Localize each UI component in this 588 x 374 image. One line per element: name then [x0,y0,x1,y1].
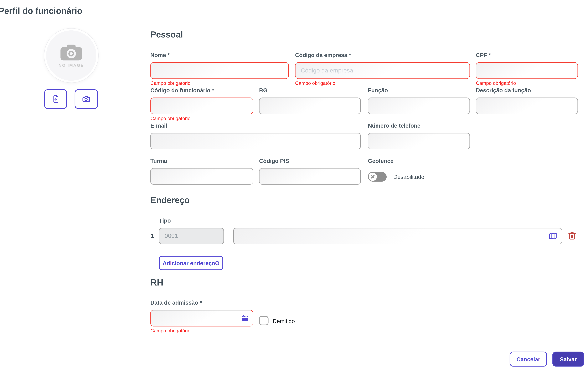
codigo-funcionario-required-error: Campo obrigatório [150,116,190,121]
email-label: E-mail [150,122,167,129]
codigo-pis-label: Código PIS [259,158,289,164]
data-admissao-required-error: Campo obrigatório [150,328,190,334]
cpf-required-error: Campo obrigatório [476,80,516,86]
save-button[interactable]: Salvar [552,352,584,367]
delete-address-button[interactable] [568,232,576,240]
tipo-input [159,228,224,244]
rg-label: RG [259,87,268,93]
employee-profile-page: Perfil do funcionário NO IMAGE [0,0,588,374]
funcao-input[interactable] [368,98,470,114]
address-field [233,228,562,244]
codigo-pis-input[interactable] [259,168,361,184]
avatar: NO IMAGE [44,29,98,83]
telefone-input[interactable] [368,133,470,149]
codigo-empresa-label: Código da empresa * [295,52,351,58]
trash-icon [568,232,576,240]
data-admissao-field [150,310,253,326]
descricao-funcao-input[interactable] [476,98,578,114]
section-endereco-title: Endereço [150,195,190,205]
rg-input[interactable] [259,98,361,114]
upload-photo-button[interactable] [44,89,67,109]
section-rh-title: RH [150,277,163,288]
codigo-funcionario-label: Código do funcionário * [150,87,214,93]
funcao-label: Função [368,87,388,93]
calendar-icon[interactable] [241,314,249,322]
nome-label: Nome * [150,52,170,58]
demitido-checkbox[interactable] [259,316,269,325]
cancel-button[interactable]: Cancelar [510,352,547,367]
add-address-button[interactable]: Adicionar endereçoO [159,256,223,270]
page-title: Perfil do funcionário [0,6,83,16]
no-image-label: NO IMAGE [59,63,84,67]
file-upload-icon [52,95,60,103]
address-input[interactable] [233,228,562,244]
geofence-label: Geofence [368,158,393,164]
nome-required-error: Campo obrigatório [150,80,190,86]
turma-input[interactable] [150,168,253,184]
data-admissao-label: Data de admissão * [150,299,202,306]
codigo-funcionario-input[interactable] [150,98,253,114]
toggle-knob-x-icon [369,173,377,181]
map-icon[interactable] [549,232,557,240]
address-row-index: 1 [151,233,154,239]
cpf-input[interactable] [476,62,578,79]
email-input[interactable] [150,133,361,149]
take-photo-button[interactable] [75,89,98,109]
camera-placeholder-icon [60,44,83,61]
geofence-state-label: Desabilitado [393,174,424,180]
nome-input[interactable] [150,62,289,79]
cpf-label: CPF * [476,52,491,58]
section-pessoal-title: Pessoal [150,30,183,40]
demitido-label: Demitido [273,318,295,324]
admission-date-input[interactable] [150,310,253,326]
geofence-toggle[interactable] [368,172,387,182]
codigo-empresa-required-error: Campo obrigatório [295,80,335,86]
descricao-funcao-label: Descrição da função [476,87,531,93]
codigo-empresa-input[interactable] [295,62,470,79]
telefone-label: Número de telefone [368,122,420,129]
tipo-label: Tipo [159,217,171,224]
turma-label: Turma [150,158,167,164]
camera-icon [82,95,91,104]
